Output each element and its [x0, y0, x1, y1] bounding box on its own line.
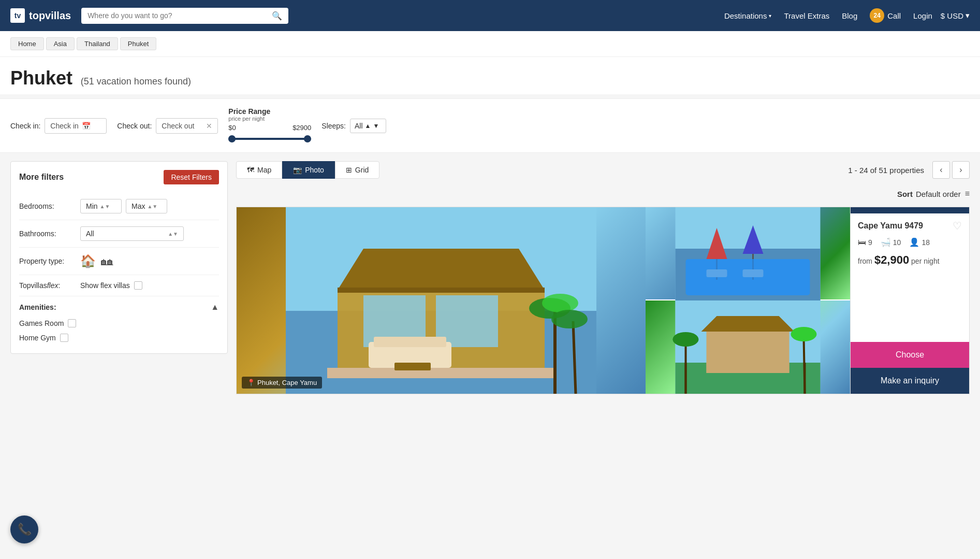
price-range-title: Price Range: [228, 107, 311, 116]
search-button[interactable]: 🔍: [272, 11, 282, 21]
bathrooms-value: 10: [893, 238, 901, 247]
svg-marker-2: [338, 249, 545, 290]
property-main-photo[interactable]: 📍 Phuket, Cape Yamu: [237, 207, 646, 394]
logo-icon: tv: [10, 8, 25, 23]
property-main-image: [237, 207, 646, 394]
nav-travel-extras[interactable]: Travel Extras: [784, 11, 829, 20]
tab-photo[interactable]: 📷 Photo: [282, 161, 335, 179]
nav-destinations[interactable]: Destinations ▾: [724, 11, 772, 20]
person-icon: 👤: [909, 237, 919, 247]
sidebar-header: More filters Reset Filters: [19, 170, 219, 184]
view-tabs: 🗺 Map 📷 Photo ⊞ Grid: [236, 161, 379, 179]
breadcrumb-home[interactable]: Home: [10, 37, 44, 50]
logo[interactable]: tv topvillas: [10, 8, 71, 23]
sort-label: Sort: [897, 190, 913, 198]
prev-page-button[interactable]: ‹: [932, 161, 950, 179]
property-stats: 🛏 9 🛁 10 👤 18: [858, 237, 962, 247]
call-button[interactable]: 24 Call: [870, 8, 901, 23]
amenity-home-gym-label: Home Gym: [19, 334, 56, 342]
chevron-down-icon: ▲▼: [168, 231, 178, 237]
price-range-slider[interactable]: [228, 134, 311, 144]
price-min: $0: [228, 124, 236, 132]
sleeps-value: 18: [922, 238, 930, 247]
checkout-input[interactable]: Check out ✕: [156, 118, 218, 134]
checkin-input[interactable]: Check in 📅: [45, 118, 107, 134]
svg-rect-24: [686, 259, 810, 295]
stepper-down-icon: ▼: [373, 122, 379, 130]
villa-thumb1-svg: [646, 207, 850, 300]
nav-blog[interactable]: Blog: [842, 11, 857, 20]
range-thumb-min[interactable]: [228, 135, 236, 142]
currency-selector[interactable]: $ USD ▾: [941, 11, 970, 20]
property-card: Cape Yamu 9479 ♡ 🛏 9 🛁 10 👤: [850, 207, 969, 394]
chevron-down-icon: ▲▼: [147, 204, 157, 209]
chevron-down-icon: ▲▼: [100, 204, 110, 209]
checkout-group: Check out: Check out ✕: [117, 118, 218, 134]
property-type-row: Property type: 🏠 🏘: [19, 248, 219, 275]
bedrooms-max-select[interactable]: Max ▲▼: [126, 199, 167, 213]
property-thumb-1[interactable]: [646, 207, 850, 300]
sort-menu-icon[interactable]: ≡: [965, 189, 970, 198]
property-icons: 🏠 🏘: [80, 254, 113, 268]
topvillasflex-row: Topvillasflex: Show flex villas: [19, 275, 219, 296]
svg-line-38: [804, 337, 805, 394]
property-listing: 📍 Phuket, Cape Yamu: [236, 207, 970, 394]
sort-bar: Sort Default order ≡: [236, 185, 970, 203]
topvillasflex-label: Topvillasflex:: [19, 281, 76, 290]
amenity-games-room-checkbox[interactable]: [68, 319, 76, 327]
show-flex-villas-checkbox[interactable]: [134, 281, 142, 290]
range-thumb-max[interactable]: [304, 135, 311, 142]
bedrooms-min-select[interactable]: Min ▲▼: [80, 199, 122, 213]
price-max: $2900: [292, 124, 311, 132]
inquiry-button[interactable]: Make an inquiry: [851, 368, 969, 394]
amenities-title: Amenities:: [19, 303, 56, 311]
location-pin-icon: 📍: [247, 379, 255, 386]
property-location: Phuket, Cape Yamu: [257, 379, 317, 386]
amenity-home-gym-checkbox[interactable]: [60, 334, 68, 342]
reset-filters-button[interactable]: Reset Filters: [164, 170, 219, 184]
price-from-label: from: [858, 257, 872, 265]
tab-grid[interactable]: ⊞ Grid: [335, 161, 379, 179]
grid-icon: ⊞: [346, 166, 352, 174]
bathrooms-select[interactable]: All ▲▼: [80, 226, 184, 241]
house-icon[interactable]: 🏠: [80, 254, 96, 268]
chevron-up-icon: ▲: [211, 303, 219, 312]
breadcrumb: Home Asia Thailand Phuket: [0, 31, 980, 57]
svg-marker-35: [701, 316, 795, 332]
price-range-values: $0 $2900: [228, 124, 311, 132]
price-range-header: Price Range price per night: [228, 107, 311, 122]
favorite-button[interactable]: ♡: [953, 220, 962, 232]
main-nav: Destinations ▾ Travel Extras Blog 24 Cal…: [724, 8, 970, 23]
amenities-header[interactable]: Amenities: ▲: [19, 296, 219, 316]
search-input[interactable]: [87, 11, 268, 20]
header: tv topvillas 🔍 Destinations ▾ Travel Ext…: [0, 0, 980, 31]
amenity-games-room: Games Room: [19, 316, 219, 331]
clear-icon[interactable]: ✕: [206, 122, 212, 130]
svg-rect-10: [394, 363, 431, 370]
property-thumb-2[interactable]: [646, 300, 850, 394]
bedrooms-row: Bedrooms: Min ▲▼ Max ▲▼: [19, 193, 219, 220]
tab-map[interactable]: 🗺 Map: [236, 161, 282, 179]
sleeps-select[interactable]: All ▲ ▼: [350, 119, 386, 133]
svg-rect-9: [374, 337, 446, 347]
page-subtitle: (51 vacation homes found): [81, 76, 191, 87]
property-name-row: Cape Yamu 9479 ♡: [858, 220, 962, 232]
next-page-button[interactable]: ›: [952, 161, 970, 179]
filter-bar: Check in: Check in 📅 Check out: Check ou…: [0, 98, 980, 153]
breadcrumb-thailand[interactable]: Thailand: [77, 37, 118, 50]
property-name: Cape Yamu 9479: [858, 221, 923, 231]
login-link[interactable]: Login: [913, 11, 932, 20]
property-right-panel: [646, 207, 850, 394]
chevron-down-icon: ▾: [769, 13, 771, 19]
results-area: 🗺 Map 📷 Photo ⊞ Grid 1 - 24 of 51 proper…: [236, 161, 970, 394]
sleeps-label: Sleeps:: [321, 122, 346, 130]
svg-point-39: [791, 327, 817, 341]
property-location-badge: 📍 Phuket, Cape Yamu: [242, 377, 322, 389]
choose-button[interactable]: Choose: [851, 342, 969, 368]
sidebar: More filters Reset Filters Bedrooms: Min…: [10, 161, 228, 354]
building-icon[interactable]: 🏘: [101, 254, 113, 268]
breadcrumb-asia[interactable]: Asia: [46, 37, 75, 50]
price-value: $2,900: [874, 253, 909, 266]
property-card-body: Cape Yamu 9479 ♡ 🛏 9 🛁 10 👤: [851, 213, 969, 342]
breadcrumb-phuket[interactable]: Phuket: [120, 37, 156, 50]
